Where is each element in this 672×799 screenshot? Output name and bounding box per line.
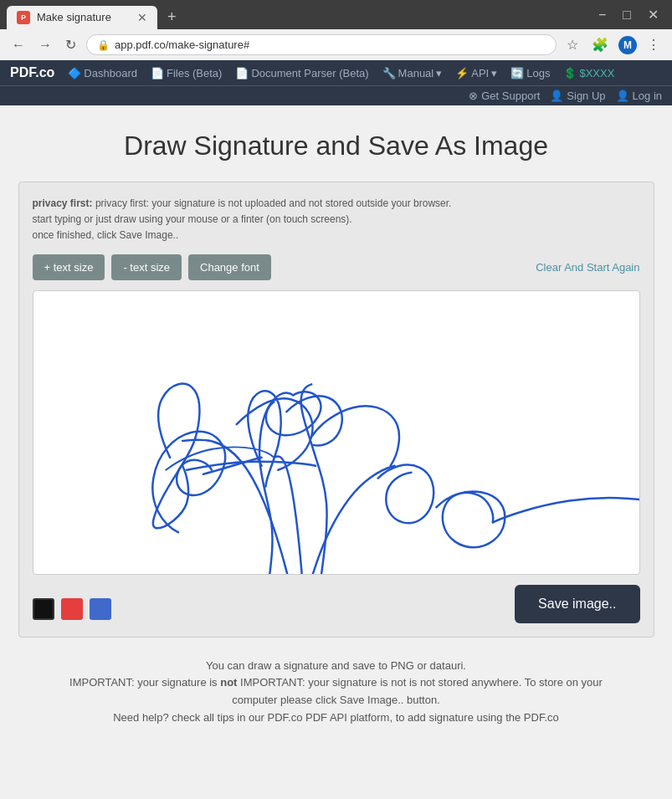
footer-text: You can draw a signature and save to PNG… (17, 638, 655, 747)
close-button[interactable]: ✕ (641, 5, 665, 24)
dollar-icon: 💲 (563, 67, 577, 79)
files-icon: 📄 (151, 67, 164, 79)
address-text: app.pdf.co/make-signature# (115, 38, 546, 51)
tab-close-button[interactable]: ✕ (137, 11, 147, 24)
window-controls: − □ ✕ (592, 5, 665, 29)
footer-line2: IMPORTANT: your signature is not IMPORTA… (50, 674, 622, 709)
log-in-link[interactable]: 👤Log in (616, 90, 662, 102)
address-input[interactable]: 🔒 app.pdf.co/make-signature# (86, 34, 557, 55)
privacy-notice: privacy first: privacy first: your signa… (33, 196, 640, 244)
browser-chrome: P Make signature ✕ + − □ ✕ ← → ↻ 🔒 app.p… (0, 0, 672, 60)
bottom-row: Save image.. (33, 585, 640, 623)
login-icon: 👤 (616, 90, 629, 102)
document-icon: 📄 (235, 67, 249, 79)
footer-line3: Need help? check all tips in our PDF.co … (50, 709, 622, 727)
title-bar: P Make signature ✕ + − □ ✕ (0, 0, 672, 29)
clear-button[interactable]: Clear And Start Again (536, 261, 639, 274)
active-tab[interactable]: P Make signature ✕ (7, 6, 157, 29)
nav-files[interactable]: 📄Files (Beta) (151, 67, 222, 79)
color-swatch-blue[interactable] (90, 598, 111, 620)
color-swatch-black[interactable] (33, 598, 54, 620)
color-palette (33, 598, 111, 620)
signature-drawing (33, 291, 639, 574)
nav-logs[interactable]: 🔄Logs (510, 67, 550, 79)
forward-button[interactable]: → (35, 36, 55, 54)
tab-favicon: P (17, 11, 30, 24)
toolbar: + text size - text size Change font Clea… (33, 254, 640, 280)
tab-title-label: Make signature (37, 11, 131, 23)
change-font-button[interactable]: Change font (188, 254, 271, 280)
get-support-link[interactable]: ⊗Get Support (469, 90, 540, 102)
lock-icon: 🔒 (97, 39, 110, 51)
reload-button[interactable]: ↻ (62, 35, 80, 54)
dashboard-icon: 🔷 (68, 67, 81, 79)
sub-nav: ⊗Get Support 👤Sign Up 👤Log in (0, 85, 672, 105)
back-button[interactable]: ← (8, 36, 28, 54)
extensions-icon[interactable]: 🧩 (588, 35, 612, 54)
nav-balance[interactable]: 💲$XXXX (563, 67, 614, 79)
bookmark-icon[interactable]: ☆ (563, 35, 582, 54)
logs-icon: 🔄 (510, 67, 524, 79)
lightning-icon: ⚡ (455, 67, 469, 79)
nav-api[interactable]: ⚡API ▾ (455, 67, 497, 79)
text-size-minus-button[interactable]: - text size (111, 254, 182, 280)
nav-bar: PDF.co 🔷Dashboard 📄Files (Beta) 📄Documen… (0, 60, 672, 85)
restore-button[interactable]: □ (616, 6, 638, 24)
sign-up-link[interactable]: 👤Sign Up (550, 90, 605, 102)
account-icon[interactable]: M (618, 36, 637, 54)
minimize-button[interactable]: − (592, 6, 613, 24)
save-image-button[interactable]: Save image.. (515, 585, 639, 623)
site-logo: PDF.co (10, 65, 54, 80)
new-tab-button[interactable]: + (161, 8, 183, 26)
footer-line1: You can draw a signature and save to PNG… (50, 658, 622, 675)
menu-icon[interactable]: ⋮ (644, 35, 664, 54)
address-bar: ← → ↻ 🔒 app.pdf.co/make-signature# ☆ 🧩 M… (0, 29, 672, 60)
wrench-icon: 🔧 (382, 67, 396, 79)
nav-manual[interactable]: 🔧Manual ▾ (382, 67, 443, 79)
main-content: Draw Signature and Save As Image privacy… (0, 105, 672, 772)
signup-icon: 👤 (550, 90, 563, 102)
support-icon: ⊗ (469, 90, 478, 102)
nav-document-parser[interactable]: 📄Document Parser (Beta) (235, 67, 368, 79)
nav-dashboard[interactable]: 🔷Dashboard (68, 67, 137, 79)
page-title: Draw Signature and Save As Image (17, 131, 655, 161)
text-size-plus-button[interactable]: + text size (33, 254, 105, 280)
signature-container: privacy first: privacy first: your signa… (18, 182, 654, 638)
color-swatch-red[interactable] (61, 598, 83, 620)
signature-canvas[interactable] (33, 290, 640, 575)
